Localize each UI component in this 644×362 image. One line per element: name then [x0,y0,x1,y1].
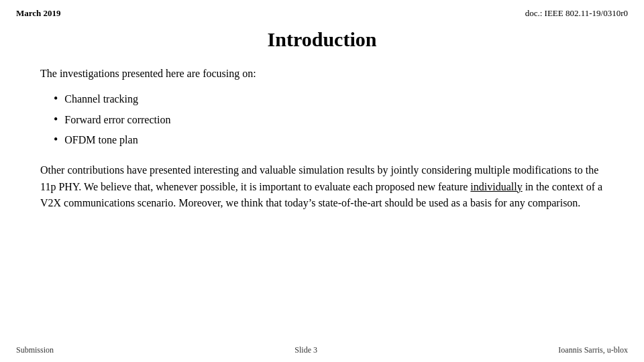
content-section: The investigations presented here are fo… [0,63,644,340]
bullet-item-1: Channel tracking [64,90,138,108]
header-date: March 2019 [16,8,61,19]
footer-left: Submission [16,345,54,355]
slide-header: March 2019 doc.: IEEE 802.11-19/0310r0 [0,0,644,21]
intro-line: The investigations presented here are fo… [40,66,604,82]
list-item: OFDM tone plan [54,129,604,150]
body-text-underline: individually [470,181,522,192]
slide: March 2019 doc.: IEEE 802.11-19/0310r0 I… [0,0,644,362]
bullet-item-2: Forward error correction [64,111,170,129]
slide-title: Introduction [40,28,604,51]
header-doc-id: doc.: IEEE 802.11-19/0310r0 [525,8,628,19]
slide-footer: Submission Slide 3 Ioannis Sarris, u-blo… [0,340,644,362]
list-item: Channel tracking [54,88,604,109]
bullet-item-3: OFDM tone plan [64,131,138,149]
body-paragraph: Other contributions have presented inter… [40,162,604,212]
footer-center: Slide 3 [294,345,317,355]
list-item: Forward error correction [54,109,604,130]
title-section: Introduction [0,21,644,63]
bullet-list: Channel tracking Forward error correctio… [54,88,604,150]
footer-right: Ioannis Sarris, u-blox [558,345,628,355]
